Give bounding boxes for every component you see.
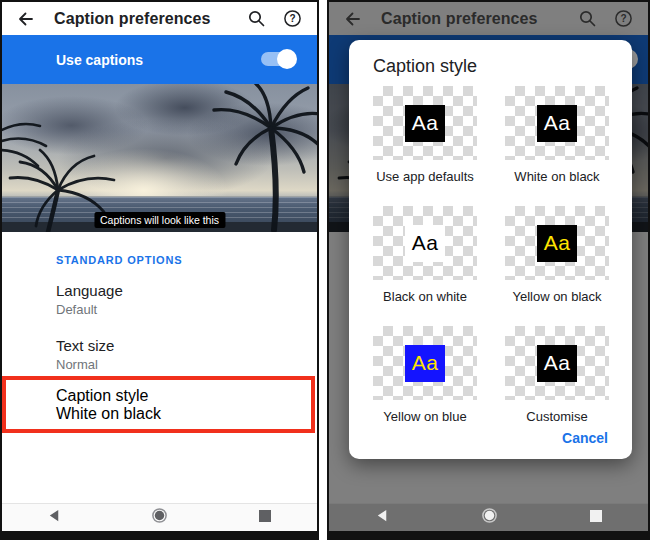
option-label: Yellow on blue [383, 409, 466, 424]
transparency-checker-tile: Aa [505, 326, 609, 400]
dialog-title: Caption style [373, 56, 477, 77]
nav-home-button[interactable] [151, 507, 168, 528]
option-black-on-white[interactable]: Aa Black on white [373, 206, 477, 304]
right-screen: Caption preferences ? [329, 2, 648, 531]
setting-value: Normal [56, 357, 317, 372]
option-white-on-black[interactable]: Aa White on black [505, 86, 609, 184]
setting-title: Text size [56, 337, 317, 354]
caption-sample-chip: Captions will look like this [94, 212, 225, 228]
help-icon[interactable]: ? [281, 8, 303, 30]
option-label: Black on white [383, 289, 467, 304]
caption-preview-photo: Captions will look like this [2, 84, 317, 232]
use-captions-label: Use captions [56, 52, 143, 68]
option-yellow-on-black[interactable]: Aa Yellow on black [505, 206, 609, 304]
transparency-checker-tile: Aa [505, 86, 609, 160]
section-header: STANDARD OPTIONS [56, 254, 182, 266]
style-sample: Aa [405, 225, 445, 262]
style-sample: Aa [537, 345, 577, 382]
back-arrow-icon[interactable] [14, 8, 36, 30]
toggle-knob [277, 49, 297, 69]
transparency-checker-tile: Aa [505, 206, 609, 280]
page-title: Caption preferences [54, 10, 211, 28]
left-screen: Caption preferences ? Use captions [2, 2, 317, 531]
search-icon[interactable] [245, 8, 267, 30]
phone-right-frame: Caption preferences ? [327, 0, 650, 540]
screenshot-stage: Caption preferences ? Use captions [0, 0, 650, 540]
option-label: Customise [526, 409, 587, 424]
setting-row-caption-style[interactable]: Caption style White on black [6, 387, 311, 423]
left-settings-body: STANDARD OPTIONS Language Default Text s… [2, 232, 317, 503]
cancel-button[interactable]: Cancel [562, 430, 608, 446]
caption-style-dialog: Caption style Aa Use app defaults Aa Whi… [349, 40, 632, 459]
svg-text:?: ? [289, 13, 295, 24]
style-sample: Aa [537, 225, 577, 262]
setting-row-text-size[interactable]: Text size Normal [2, 337, 317, 372]
setting-row-language[interactable]: Language Default [2, 282, 317, 317]
use-captions-bar: Use captions [2, 35, 317, 84]
left-top-bar: Caption preferences ? [2, 2, 317, 35]
nav-back-button[interactable] [47, 508, 62, 527]
transparency-checker-tile: Aa [373, 86, 477, 160]
caption-style-grid: Aa Use app defaults Aa White on black Aa [373, 86, 609, 424]
nav-recents-button[interactable] [258, 509, 272, 527]
style-sample: Aa [405, 105, 445, 142]
phone-left-frame: Caption preferences ? Use captions [0, 0, 319, 540]
setting-title: Language [56, 282, 317, 299]
option-customise[interactable]: Aa Customise [505, 326, 609, 424]
option-use-app-defaults[interactable]: Aa Use app defaults [373, 86, 477, 184]
use-captions-toggle[interactable] [261, 52, 295, 66]
option-label: Yellow on black [512, 289, 601, 304]
transparency-checker-tile: Aa [373, 326, 477, 400]
option-label: White on black [514, 169, 599, 184]
style-sample: Aa [405, 345, 445, 382]
transparency-checker-tile: Aa [373, 206, 477, 280]
option-yellow-on-blue[interactable]: Aa Yellow on blue [373, 326, 477, 424]
left-nav-bar [2, 503, 317, 531]
palm-trees-silhouette [2, 84, 317, 232]
option-label: Use app defaults [376, 169, 474, 184]
setting-value: White on black [56, 405, 311, 423]
setting-title: Caption style [56, 387, 311, 405]
red-highlight-annotation: Caption style White on black [2, 376, 315, 433]
setting-value: Default [56, 302, 317, 317]
style-sample: Aa [537, 105, 577, 142]
